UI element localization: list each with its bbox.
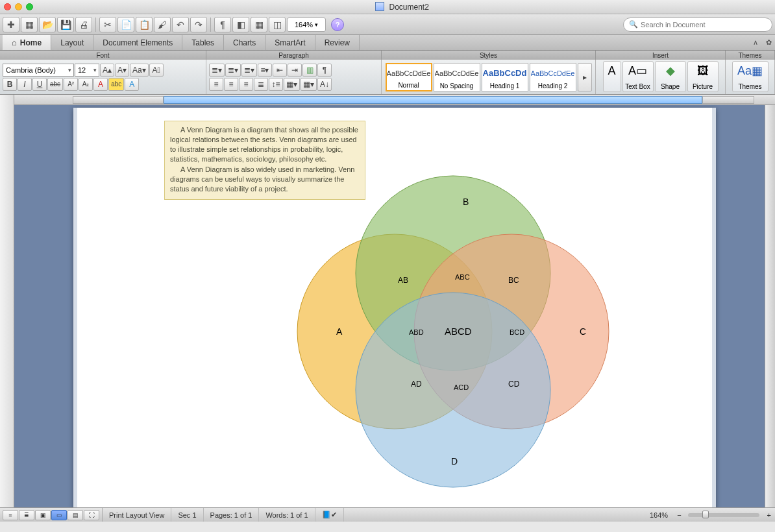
tab-tables[interactable]: Tables [182,35,224,50]
view-outline-button[interactable]: ≣ [19,510,34,520]
tab-charts[interactable]: Charts [224,35,265,50]
redo-button[interactable]: ↷ [190,17,207,32]
style-normal[interactable]: AaBbCcDdEe Normal [386,63,432,91]
bold-button[interactable]: B [3,78,17,91]
print-button[interactable]: 🖨 [75,17,92,32]
multilevel-list-button[interactable]: ≣▾ [241,64,257,77]
clear-format-button[interactable]: A⃠ [149,64,164,77]
zoom-out-button[interactable]: − [674,511,683,519]
help-button[interactable]: ? [331,18,344,31]
view-print-layout-button[interactable]: ▭ [51,510,67,520]
styles-scroll-button[interactable]: ▸ [578,63,592,91]
textbox-insert-button[interactable]: A▭Text Box [622,61,654,92]
underline-button[interactable]: U [32,78,47,91]
paste-button[interactable]: 📋 [136,17,153,32]
change-case-button[interactable]: Aa▾ [130,64,149,77]
close-icon[interactable] [4,3,11,10]
text-direction-button[interactable]: ¶ [317,64,332,77]
themes-button[interactable]: Aa▦Themes [732,61,769,92]
zoom-window-icon[interactable] [26,3,33,10]
font-color-button[interactable]: A [93,78,108,91]
picture-icon: 🖼 [695,63,711,79]
document-area: A Venn Diagram is a diagram that shows a… [0,95,775,507]
text-effects-button[interactable]: A [125,78,139,91]
cut-button[interactable]: ✂ [99,17,116,32]
status-spellcheck[interactable]: 📘✔ [315,508,344,522]
venn-label-b: B [463,197,469,207]
sort-button[interactable]: A↓ [317,78,332,91]
zoom-slider[interactable] [688,513,759,517]
shape-insert-button[interactable]: ◆Shape [655,61,686,92]
line-spacing-button[interactable]: ↕≡ [269,78,283,91]
status-pages[interactable]: Pages: 1 of 1 [204,508,260,522]
template-button[interactable]: ▦ [21,17,38,32]
toolbox-button[interactable]: ▦ [251,17,267,32]
status-words[interactable]: Words: 1 of 1 [259,508,315,522]
venn-diagram[interactable]: A B C D AB BC CD AD ABC BCD ACD ABD ABCD [268,153,638,507]
zoom-slider-thumb[interactable] [702,511,709,518]
style-no-spacing[interactable]: AaBbCcDdEe No Spacing [434,63,480,91]
undo-button[interactable]: ↶ [172,17,189,32]
ribbon-settings-button[interactable]: ✿ [762,35,775,50]
style-heading-2[interactable]: AaBbCcDdEe Heading 2 [530,63,576,91]
shading-button[interactable]: ▦▾ [284,78,300,91]
tab-layout[interactable]: Layout [51,35,93,50]
zoom-in-button[interactable]: + [763,511,775,519]
style-heading-1[interactable]: AaBbCcDd Heading 1 [482,63,528,91]
vertical-scrollbar[interactable] [765,105,775,507]
increase-indent-button[interactable]: ⇥ [288,64,302,77]
format-painter-button[interactable]: 🖌 [154,17,171,32]
ribbon-collapse-button[interactable]: ∧ [749,35,762,50]
open-button[interactable]: 📂 [39,17,56,32]
show-formatting-button[interactable]: ¶ [214,17,231,32]
columns-button[interactable]: ▥ [302,64,317,77]
highlight-button[interactable]: abc [108,78,124,91]
font-name-select[interactable]: Cambria (Body) [3,64,74,77]
font-size-select[interactable]: 12 [75,64,99,77]
group-label-themes: Themes [726,51,775,60]
view-publishing-button[interactable]: ▣ [35,510,51,520]
view-draft-button[interactable]: ≡ [3,510,18,520]
document-page[interactable]: A Venn Diagram is a diagram that shows a… [73,108,716,507]
search-box[interactable]: 🔍 [623,18,772,32]
decrease-indent-button[interactable]: ⇤ [273,64,287,77]
strikethrough-button[interactable]: abc [47,78,63,91]
superscript-button[interactable]: A² [64,78,78,91]
group-label-font: Font [0,51,206,60]
align-right-button[interactable]: ≡ [239,78,253,91]
textbox-icon: A▭ [630,63,646,79]
borders-button[interactable]: ▦▾ [301,78,317,91]
italic-button[interactable]: I [18,78,32,91]
view-notebook-button[interactable]: ▤ [68,510,83,520]
media-button[interactable]: ◫ [269,17,286,32]
status-zoom-label[interactable]: 164% [643,508,674,522]
tab-review[interactable]: Review [315,35,360,50]
tab-home[interactable]: Home [3,35,51,50]
insert-group: A A▭Text Box ◆Shape 🖼Picture [596,60,726,94]
grow-font-button[interactable]: A▴ [100,64,114,77]
view-buttons: ≡ ≣ ▣ ▭ ▤ ⛶ [0,508,103,522]
subscript-button[interactable]: A₂ [79,78,93,91]
align-dropdown[interactable]: ≡▾ [258,64,272,77]
picture-insert-button[interactable]: 🖼Picture [687,61,719,92]
align-justify-button[interactable]: ≣ [254,78,268,91]
align-left-button[interactable]: ≡ [209,78,223,91]
sidebar-toggle[interactable]: ◧ [232,17,249,32]
numbering-button[interactable]: ≣▾ [225,64,241,77]
copy-button[interactable]: 📄 [117,17,134,32]
bullets-button[interactable]: ≣▾ [209,64,225,77]
new-doc-button[interactable]: ✚ [3,17,19,32]
tab-smartart[interactable]: SmartArt [265,35,315,50]
change-styles-button[interactable]: A [603,61,621,92]
horizontal-ruler[interactable] [14,95,775,105]
zoom-select[interactable]: 164% ▾ [287,18,326,32]
align-center-button[interactable]: ≡ [224,78,238,91]
search-input[interactable] [641,21,767,29]
view-fullscreen-button[interactable]: ⛶ [84,510,99,520]
shrink-font-button[interactable]: A▾ [115,64,129,77]
save-button[interactable]: 💾 [57,17,74,32]
vertical-ruler[interactable] [0,95,14,507]
tab-document-elements[interactable]: Document Elements [93,35,182,50]
status-section[interactable]: Sec 1 [171,508,203,522]
minimize-icon[interactable] [15,3,22,10]
